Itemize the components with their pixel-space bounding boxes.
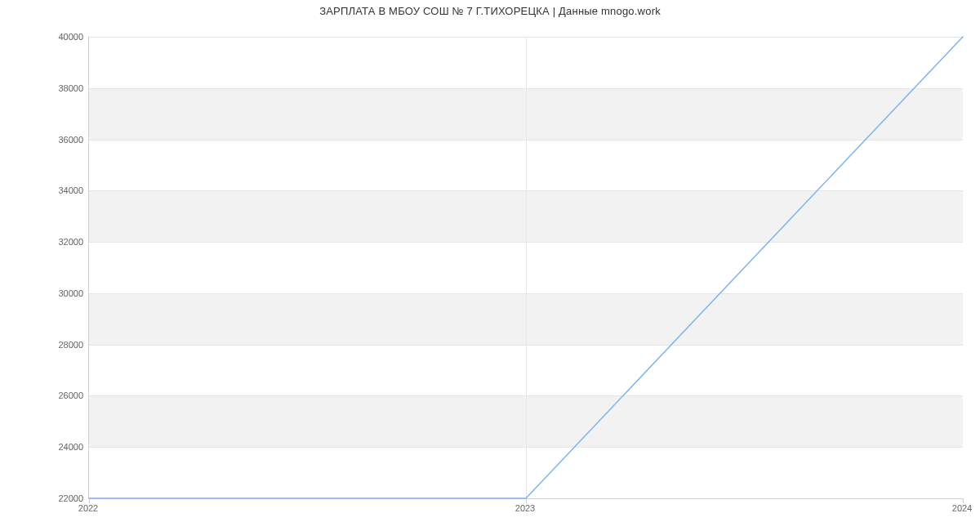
- y-tick-label: 22000: [42, 493, 83, 503]
- y-tick-label: 34000: [42, 185, 83, 195]
- y-tick-label: 28000: [42, 340, 83, 350]
- chart-container: ЗАРПЛАТА В МБОУ СОШ № 7 Г.ТИХОРЕЦКА | Да…: [0, 0, 980, 531]
- x-tick-label: 2023: [515, 503, 535, 513]
- x-tick-mark: [526, 498, 527, 503]
- series-path: [89, 37, 963, 498]
- x-tick-label: 2024: [952, 503, 972, 513]
- y-tick-label: 32000: [42, 237, 83, 247]
- y-tick-label: 24000: [42, 442, 83, 452]
- chart-title: ЗАРПЛАТА В МБОУ СОШ № 7 Г.ТИХОРЕЦКА | Да…: [0, 5, 980, 17]
- line-series: [89, 37, 963, 498]
- plot-area: [88, 37, 963, 499]
- y-tick-label: 30000: [42, 288, 83, 298]
- x-tick-mark: [963, 498, 964, 503]
- y-tick-label: 26000: [42, 390, 83, 400]
- y-tick-label: 38000: [42, 83, 83, 93]
- x-tick-label: 2022: [78, 503, 98, 513]
- y-tick-label: 36000: [42, 135, 83, 145]
- x-tick-mark: [89, 498, 90, 503]
- y-tick-label: 40000: [42, 32, 83, 42]
